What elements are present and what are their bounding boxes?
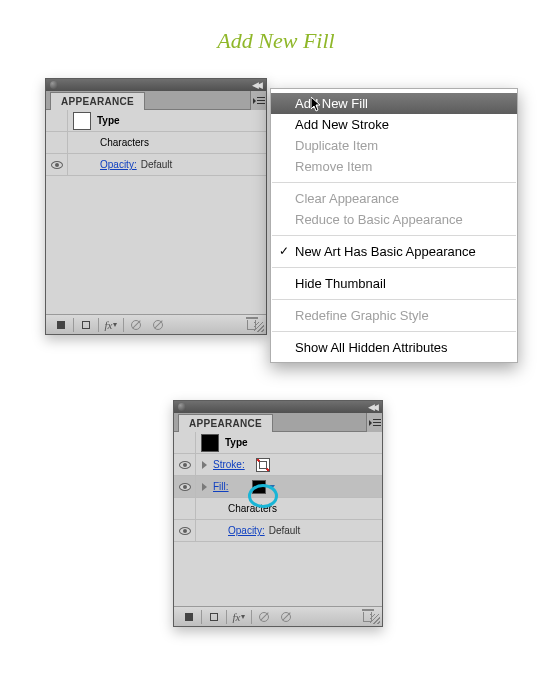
menu-item-duplicate-item: Duplicate Item <box>271 135 517 156</box>
visibility-toggle[interactable] <box>174 454 196 475</box>
panel-body: Type Stroke: Fill: Characters Opacity: <box>174 432 382 606</box>
dropdown-triangle-icon[interactable] <box>269 485 275 489</box>
panel-titlebar[interactable]: ◀◀ <box>46 79 266 91</box>
menu-separator <box>272 267 516 268</box>
square-filled-icon <box>185 613 193 621</box>
visibility-toggle[interactable] <box>174 476 196 497</box>
menu-separator <box>272 235 516 236</box>
menu-item-clear-appearance: Clear Appearance <box>271 188 517 209</box>
type-row[interactable]: Type <box>174 432 382 454</box>
resize-grip-icon[interactable] <box>254 322 264 332</box>
prohibit-icon <box>131 320 141 330</box>
opacity-value: Default <box>141 159 173 170</box>
disclosure-triangle-icon[interactable] <box>202 461 207 469</box>
add-effect-button[interactable]: fx▾ <box>228 609 250 625</box>
add-effect-button[interactable]: fx▾ <box>100 317 122 333</box>
visibility-column <box>46 110 68 131</box>
flyout-menu-button[interactable] <box>250 91 266 110</box>
menu-separator <box>272 299 516 300</box>
visibility-toggle[interactable] <box>46 154 68 175</box>
characters-label: Characters <box>228 503 277 514</box>
panel-footer: fx▾ <box>46 314 266 334</box>
disabled-button-2 <box>275 609 297 625</box>
fill-swatch[interactable] <box>252 480 266 494</box>
type-thumbnail[interactable] <box>73 112 91 130</box>
fx-icon: fx <box>233 611 241 623</box>
type-thumbnail[interactable] <box>201 434 219 452</box>
new-art-button[interactable] <box>178 609 200 625</box>
menu-item-reduce-basic: Reduce to Basic Appearance <box>271 209 517 230</box>
menu-item-add-new-fill[interactable]: Add New Fill <box>271 93 517 114</box>
clear-appearance-button[interactable] <box>203 609 225 625</box>
visibility-column <box>174 498 196 519</box>
visibility-toggle[interactable] <box>174 520 196 541</box>
characters-row[interactable]: Characters <box>46 132 266 154</box>
prohibit-icon <box>259 612 269 622</box>
opacity-label[interactable]: Opacity: <box>100 159 137 170</box>
resize-grip-icon[interactable] <box>370 614 380 624</box>
square-outline-icon <box>210 613 218 621</box>
disabled-button-1 <box>253 609 275 625</box>
close-icon[interactable] <box>178 403 186 411</box>
flyout-menu: Add New Fill Add New Stroke Duplicate It… <box>270 88 518 363</box>
opacity-row[interactable]: Opacity: Default <box>174 520 382 542</box>
type-row[interactable]: Type <box>46 110 266 132</box>
appearance-panel: ◀◀ APPEARANCE Type Characters Opacity: D… <box>45 78 267 335</box>
disabled-button-1 <box>125 317 147 333</box>
visibility-column <box>46 132 68 153</box>
opacity-label[interactable]: Opacity: <box>228 525 265 536</box>
opacity-value: Default <box>269 525 301 536</box>
stroke-row[interactable]: Stroke: <box>174 454 382 476</box>
fill-row[interactable]: Fill: <box>174 476 382 498</box>
panel-titlebar[interactable]: ◀◀ <box>174 401 382 413</box>
stroke-label[interactable]: Stroke: <box>213 459 245 470</box>
tab-appearance[interactable]: APPEARANCE <box>50 92 145 110</box>
eye-icon <box>51 161 63 169</box>
menu-lines-icon <box>257 97 265 104</box>
fill-label[interactable]: Fill: <box>213 481 229 492</box>
panel-tabbar: APPEARANCE <box>174 413 382 432</box>
collapse-chevrons-icon[interactable]: ◀◀ <box>252 80 260 90</box>
triangle-icon <box>253 98 256 104</box>
menu-lines-icon <box>373 419 381 426</box>
fx-icon: fx <box>105 319 113 331</box>
disclosure-triangle-icon[interactable] <box>202 483 207 491</box>
type-label: Type <box>225 437 248 448</box>
panel-footer: fx▾ <box>174 606 382 626</box>
square-outline-icon <box>82 321 90 329</box>
menu-separator <box>272 331 516 332</box>
stroke-swatch[interactable] <box>256 458 270 472</box>
triangle-icon <box>369 420 372 426</box>
menu-item-redefine-style: Redefine Graphic Style <box>271 305 517 326</box>
characters-row[interactable]: Characters <box>174 498 382 520</box>
appearance-panel-result: ◀◀ APPEARANCE Type Stroke: Fill: <box>173 400 383 627</box>
tab-appearance[interactable]: APPEARANCE <box>178 414 273 432</box>
menu-separator <box>272 182 516 183</box>
prohibit-icon <box>281 612 291 622</box>
eye-icon <box>179 483 191 491</box>
opacity-row[interactable]: Opacity: Default <box>46 154 266 176</box>
menu-item-show-hidden[interactable]: Show All Hidden Attributes <box>271 337 517 358</box>
square-filled-icon <box>57 321 65 329</box>
visibility-column <box>174 432 196 453</box>
type-label: Type <box>97 115 120 126</box>
close-icon[interactable] <box>50 81 58 89</box>
flyout-menu-button[interactable] <box>366 413 382 432</box>
menu-item-add-new-stroke[interactable]: Add New Stroke <box>271 114 517 135</box>
collapse-chevrons-icon[interactable]: ◀◀ <box>368 402 376 412</box>
new-art-button[interactable] <box>50 317 72 333</box>
characters-label: Characters <box>100 137 149 148</box>
clear-appearance-button[interactable] <box>75 317 97 333</box>
eye-icon <box>179 527 191 535</box>
page-title: Add New Fill <box>0 0 552 66</box>
disabled-button-2 <box>147 317 169 333</box>
panel-tabbar: APPEARANCE <box>46 91 266 110</box>
menu-item-new-art-basic[interactable]: New Art Has Basic Appearance <box>271 241 517 262</box>
eye-icon <box>179 461 191 469</box>
prohibit-icon <box>153 320 163 330</box>
menu-item-remove-item: Remove Item <box>271 156 517 177</box>
menu-item-hide-thumbnail[interactable]: Hide Thumbnail <box>271 273 517 294</box>
panel-body: Type Characters Opacity: Default <box>46 110 266 314</box>
